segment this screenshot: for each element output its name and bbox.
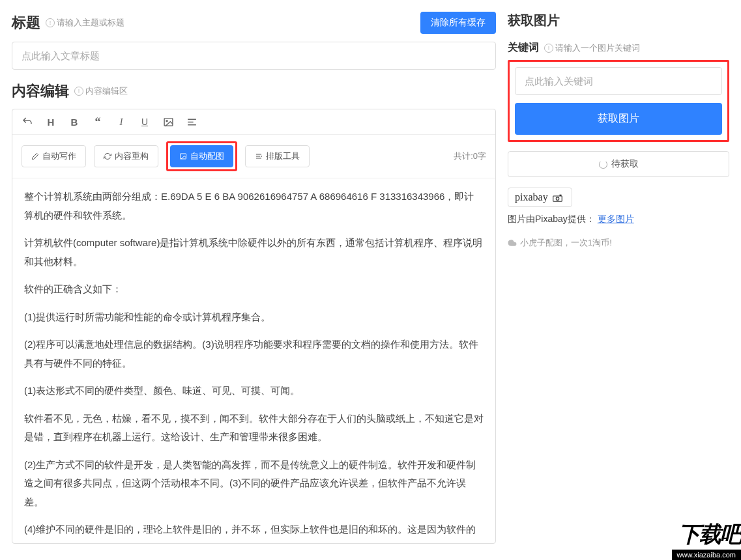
- pixabay-badge: pixabay: [508, 188, 572, 207]
- content-paragraph: (4)维护不同的硬件是旧的，理论上软件是旧的，并不坏，但实际上软件也是旧的和坏的…: [24, 520, 484, 543]
- get-image-button[interactable]: 获取图片: [515, 103, 722, 135]
- editor-box: H B “ I U 自动写作 内容重构: [12, 109, 496, 544]
- content-area[interactable]: 整个计算机系统由两部分组成：E.69DA 5 E 6 BA 9062616964…: [12, 178, 495, 543]
- keyword-header: 关键词 ! 请输入一个图片关键词: [508, 41, 729, 55]
- auto-image-button[interactable]: 自动配图: [170, 145, 233, 167]
- highlight-box-auto-image: 自动配图: [166, 141, 237, 171]
- italic-icon[interactable]: I: [115, 116, 127, 128]
- keyword-input[interactable]: [515, 67, 722, 95]
- info-icon: !: [46, 18, 55, 27]
- spinner-icon: [599, 160, 607, 169]
- get-image-title: 获取图片: [508, 12, 729, 29]
- content-paragraph: (1)提供运行时所需功能和性能的命令或计算机程序集合。: [24, 308, 484, 327]
- highlight-box-keyword: 获取图片: [508, 60, 729, 142]
- format-toolbar: H B “ I U: [12, 109, 495, 135]
- svg-rect-12: [559, 195, 561, 196]
- keyword-label: 关键词: [508, 41, 539, 55]
- svg-point-1: [166, 120, 167, 121]
- status-button[interactable]: 待获取: [508, 151, 729, 177]
- content-label: 内容编辑: [12, 81, 69, 101]
- content-paragraph: 软件看不见，无色，枯燥，看不见，摸不到，闻不到。软件大部分存在于人们的头脑或纸上…: [24, 410, 484, 447]
- info-icon: !: [544, 44, 553, 53]
- right-panel: 获取图片 关键词 ! 请输入一个图片关键词 获取图片 待获取 pixabay 图…: [508, 12, 729, 544]
- content-paragraph: 计算机软件(computer software)是指计算机系统中除硬件以外的所有…: [24, 234, 484, 271]
- content-paragraph: (2)生产方式不同的软件是开发，是人类智能的高发挥，而不是传统意义上的硬件制造。…: [24, 456, 484, 512]
- more-images-link[interactable]: 更多图片: [598, 214, 634, 224]
- heading-icon[interactable]: H: [45, 116, 57, 128]
- watermark: 下载吧 www.xiazaiba.com: [672, 520, 741, 560]
- content-paragraph: (1)表达形式不同的硬件类型、颜色、味道、可见、可摸、可闻。: [24, 382, 484, 400]
- quote-icon[interactable]: “: [92, 116, 104, 128]
- layout-icon: [255, 152, 263, 160]
- tip-line: 小虎子配图，一次1淘币!: [508, 237, 729, 249]
- svg-rect-10: [553, 196, 562, 201]
- svg-point-8: [261, 156, 262, 157]
- title-header: 标题 ! 请输入主题或标题 清除所有缓存: [12, 12, 496, 34]
- pencil-icon: [31, 152, 39, 160]
- left-panel: 标题 ! 请输入主题或标题 清除所有缓存 内容编辑 ! 内容编辑区 H: [12, 12, 496, 544]
- image-icon: [179, 152, 187, 160]
- underline-icon[interactable]: U: [139, 116, 151, 128]
- content-header: 内容编辑 ! 内容编辑区: [12, 81, 496, 101]
- align-icon[interactable]: [186, 116, 197, 128]
- restructure-button[interactable]: 内容重构: [94, 145, 158, 167]
- info-icon: !: [74, 87, 83, 96]
- camera-icon: [552, 194, 565, 202]
- layout-tool-button[interactable]: 排版工具: [245, 145, 310, 167]
- title-hint: ! 请输入主题或标题: [46, 17, 124, 29]
- content-paragraph: 软件的正确含义如下：: [24, 280, 484, 299]
- refresh-icon: [104, 152, 111, 160]
- undo-icon[interactable]: [22, 116, 33, 128]
- title-input[interactable]: [12, 42, 496, 70]
- title-label: 标题: [12, 13, 40, 33]
- image-icon[interactable]: [162, 116, 174, 128]
- keyword-hint: ! 请输入一个图片关键词: [544, 42, 640, 54]
- content-paragraph: (2)程序可以满意地处理信息的数据结构。(3)说明程序功能要求和程序需要的文档的…: [24, 335, 484, 372]
- content-paragraph: 整个计算机系统由两部分组成：E.69DA 5 E 6 BA 9062616964…: [24, 188, 484, 225]
- word-count: 共计:0字: [454, 150, 486, 162]
- auto-write-button[interactable]: 自动写作: [22, 145, 86, 167]
- provider-line: 图片由Pixabay提供： 更多图片: [508, 214, 729, 225]
- svg-point-11: [556, 197, 559, 201]
- cloud-icon: [508, 238, 517, 247]
- action-toolbar: 自动写作 内容重构 自动配图 排版工具: [12, 135, 495, 178]
- clear-cache-button[interactable]: 清除所有缓存: [420, 12, 496, 34]
- bold-icon[interactable]: B: [68, 116, 80, 128]
- content-hint: ! 内容编辑区: [74, 85, 128, 97]
